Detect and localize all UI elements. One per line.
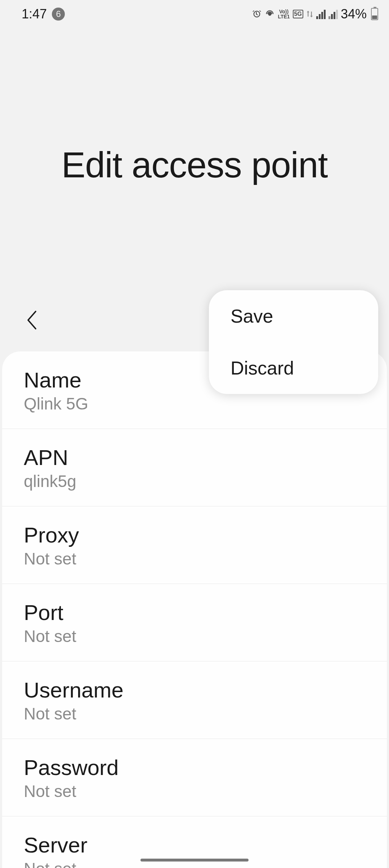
setting-value: qlink5g — [24, 471, 365, 491]
status-time: 1:47 — [22, 6, 47, 22]
volte-icon: Vo)) LTE1 — [278, 9, 290, 19]
setting-item-apn[interactable]: APN qlink5g — [2, 429, 387, 506]
notification-count-badge: 6 — [52, 8, 65, 21]
setting-value: Not set — [24, 781, 365, 801]
5g-icon: 5G — [293, 10, 303, 18]
save-menu-item[interactable]: Save — [209, 290, 378, 342]
setting-label: Port — [24, 600, 365, 625]
setting-label: Password — [24, 755, 365, 780]
setting-item-password[interactable]: Password Not set — [2, 739, 387, 816]
status-bar: 1:47 6 Vo)) LTE1 5G 34% — [0, 0, 389, 25]
chevron-left-icon — [25, 309, 40, 331]
svg-point-0 — [269, 13, 271, 15]
setting-value: Qlink 5G — [24, 394, 365, 413]
setting-value: Not set — [24, 549, 365, 568]
alarm-icon — [252, 9, 262, 19]
setting-label: Username — [24, 678, 365, 703]
discard-menu-item[interactable]: Discard — [209, 342, 378, 394]
setting-label: Proxy — [24, 523, 365, 548]
setting-value: Not set — [24, 704, 365, 723]
data-arrows-icon — [306, 9, 313, 19]
signal-strength-icon-1 — [316, 9, 326, 19]
navigation-handle[interactable] — [140, 859, 249, 862]
settings-list: Name Qlink 5G APN qlink5g Proxy Not set … — [2, 351, 387, 868]
setting-label: APN — [24, 445, 365, 470]
setting-item-proxy[interactable]: Proxy Not set — [2, 506, 387, 584]
overflow-popup-menu: Save Discard — [209, 290, 378, 394]
setting-value: Not set — [24, 626, 365, 646]
status-left: 1:47 6 — [22, 6, 65, 22]
status-right: Vo)) LTE1 5G 34% — [252, 6, 378, 22]
setting-item-port[interactable]: Port Not set — [2, 584, 387, 661]
battery-percentage: 34% — [341, 6, 367, 22]
hotspot-icon — [265, 9, 275, 19]
battery-icon — [371, 8, 378, 20]
setting-label: Server — [24, 833, 365, 858]
setting-item-username[interactable]: Username Not set — [2, 661, 387, 739]
page-title: Edit access point — [0, 144, 389, 186]
back-button[interactable] — [22, 306, 43, 336]
signal-strength-icon-2 — [328, 9, 338, 19]
